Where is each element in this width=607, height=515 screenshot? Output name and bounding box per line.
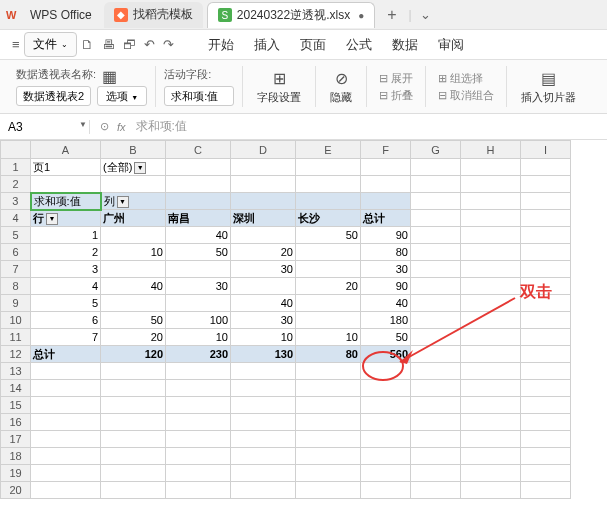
cell[interactable] [296, 312, 361, 329]
cell[interactable] [231, 227, 296, 244]
cell[interactable] [101, 295, 166, 312]
save-icon[interactable]: 🗋 [81, 37, 94, 52]
dropdown-icon[interactable]: ▼ [134, 162, 146, 174]
menu-review[interactable]: 审阅 [438, 36, 464, 54]
cell[interactable]: 50 [101, 312, 166, 329]
cell[interactable]: 40 [361, 295, 411, 312]
col-header-e[interactable]: E [296, 141, 361, 159]
cell[interactable]: 230 [166, 346, 231, 363]
col-header-d[interactable]: D [231, 141, 296, 159]
chevron-down-icon[interactable]: ▼ [79, 120, 87, 129]
redo-icon[interactable]: ↷ [163, 37, 174, 52]
cell[interactable]: 50 [361, 329, 411, 346]
cell[interactable]: 4 [31, 278, 101, 295]
cell[interactable] [296, 295, 361, 312]
col-header-g[interactable]: G [411, 141, 461, 159]
cell[interactable] [166, 261, 231, 278]
active-field-input[interactable]: 求和项:值 [164, 86, 234, 106]
cell[interactable]: 80 [361, 244, 411, 261]
cell[interactable]: 南昌 [166, 210, 231, 227]
cell[interactable]: 30 [166, 278, 231, 295]
options-button[interactable]: 选项 ▼ [97, 86, 147, 106]
cell[interactable]: 30 [361, 261, 411, 278]
row-header[interactable]: 8 [1, 278, 31, 295]
new-tab-button[interactable]: + [379, 6, 404, 24]
row-header[interactable]: 10 [1, 312, 31, 329]
row-header[interactable]: 13 [1, 363, 31, 380]
print-icon[interactable]: 🖶 [102, 37, 115, 52]
menu-insert[interactable]: 插入 [254, 36, 280, 54]
cell[interactable]: (全部)▼ [101, 159, 166, 176]
dropdown-icon[interactable]: ▼ [117, 196, 129, 208]
cell[interactable]: 深圳 [231, 210, 296, 227]
formula-bar[interactable]: ⊙ fx 求和项:值 [90, 118, 607, 135]
cell[interactable]: 1 [31, 227, 101, 244]
menu-start[interactable]: 开始 [208, 36, 234, 54]
menu-page[interactable]: 页面 [300, 36, 326, 54]
cell[interactable]: 30 [231, 312, 296, 329]
row-header[interactable]: 14 [1, 380, 31, 397]
chevron-down-icon[interactable]: ⌄ [420, 7, 431, 22]
cell[interactable]: 总计 [31, 346, 101, 363]
cell[interactable]: 120 [101, 346, 166, 363]
cell[interactable]: 20 [296, 278, 361, 295]
cell[interactable]: 20 [231, 244, 296, 261]
cell[interactable]: 页1 [31, 159, 101, 176]
cell[interactable]: 10 [166, 329, 231, 346]
insert-slicer-button[interactable]: ▤ 插入切片器 [515, 69, 582, 105]
field-settings-button[interactable]: ⊞ 字段设置 [251, 69, 307, 105]
col-header-i[interactable]: I [521, 141, 571, 159]
cell[interactable]: 10 [101, 244, 166, 261]
cell[interactable]: 长沙 [296, 210, 361, 227]
cell[interactable] [166, 295, 231, 312]
cell-grand-total[interactable]: 560 [361, 346, 411, 363]
cell[interactable]: 50 [296, 227, 361, 244]
cell[interactable] [296, 244, 361, 261]
col-header-a[interactable]: A [31, 141, 101, 159]
cell-selected[interactable]: 求和项:值 [31, 193, 101, 210]
cell[interactable]: 130 [231, 346, 296, 363]
row-header[interactable]: 16 [1, 414, 31, 431]
col-header-c[interactable]: C [166, 141, 231, 159]
cell[interactable] [101, 261, 166, 278]
cell[interactable]: 广州 [101, 210, 166, 227]
cell[interactable]: 40 [166, 227, 231, 244]
select-all-corner[interactable] [1, 141, 31, 159]
cell[interactable]: 20 [101, 329, 166, 346]
cell[interactable] [231, 278, 296, 295]
row-header[interactable]: 7 [1, 261, 31, 278]
col-header-f[interactable]: F [361, 141, 411, 159]
fx-icon[interactable]: fx [117, 121, 126, 133]
close-icon[interactable]: ● [358, 10, 364, 21]
row-header[interactable]: 9 [1, 295, 31, 312]
cell[interactable]: 40 [101, 278, 166, 295]
cell-reference[interactable]: A3 ▼ [0, 120, 90, 134]
row-header[interactable]: 1 [1, 159, 31, 176]
cell[interactable]: 3 [31, 261, 101, 278]
row-header[interactable]: 3 [1, 193, 31, 210]
preview-icon[interactable]: 🗗 [123, 37, 136, 52]
cell[interactable]: 90 [361, 227, 411, 244]
spreadsheet-grid[interactable]: A B C D E F G H I 1 页1 (全部)▼ 2 3 求和项:值 列… [0, 140, 607, 499]
row-header[interactable]: 5 [1, 227, 31, 244]
tab-template[interactable]: ◆ 找稻壳模板 [104, 2, 203, 28]
cell[interactable]: 100 [166, 312, 231, 329]
pivot-table-icon[interactable]: ▦ [102, 67, 117, 86]
row-header[interactable]: 6 [1, 244, 31, 261]
row-header[interactable]: 15 [1, 397, 31, 414]
cell[interactable] [101, 227, 166, 244]
cell[interactable]: 5 [31, 295, 101, 312]
cell[interactable]: 列▼ [101, 193, 166, 210]
cell[interactable]: 180 [361, 312, 411, 329]
row-header[interactable]: 17 [1, 431, 31, 448]
menu-data[interactable]: 数据 [392, 36, 418, 54]
cell[interactable]: 10 [231, 329, 296, 346]
cell[interactable]: 6 [31, 312, 101, 329]
hide-button[interactable]: ⊘ 隐藏 [324, 69, 358, 105]
pivot-name-input[interactable]: 数据透视表2 [16, 86, 91, 106]
cell[interactable]: 总计 [361, 210, 411, 227]
row-header[interactable]: 18 [1, 448, 31, 465]
row-header[interactable]: 12 [1, 346, 31, 363]
cell[interactable]: 2 [31, 244, 101, 261]
cell[interactable]: 行▼ [31, 210, 101, 227]
